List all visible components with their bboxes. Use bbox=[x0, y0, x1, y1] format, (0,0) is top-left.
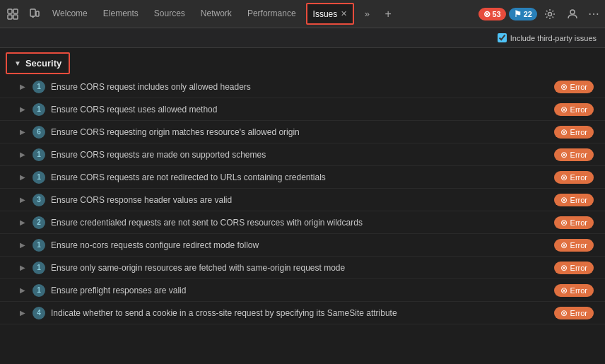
svg-point-7 bbox=[548, 12, 552, 16]
issue-text: Ensure CORS requests are not redirected … bbox=[51, 172, 548, 182]
error-circle-icon: ⊗ bbox=[560, 218, 568, 228]
severity-label: Error bbox=[570, 286, 587, 295]
issue-text: Ensure CORS response header values are v… bbox=[51, 195, 548, 205]
error-circle-icon: ⊗ bbox=[560, 308, 568, 318]
error-badge[interactable]: ⊗ Error bbox=[554, 307, 594, 319]
error-circle-icon: ⊗ bbox=[560, 195, 568, 205]
table-row[interactable]: ▶ 1 Ensure preflight responses are valid… bbox=[0, 279, 605, 302]
warning-icon: ⚑ bbox=[514, 9, 522, 19]
issue-text: Indicate whether to send a cookie in a c… bbox=[51, 308, 548, 318]
issue-text: Ensure CORS request uses allowed method bbox=[51, 105, 548, 115]
count-badge: 6 bbox=[33, 126, 45, 139]
count-badge: 1 bbox=[33, 103, 45, 116]
error-badge[interactable]: ⊗ Error bbox=[554, 216, 594, 229]
chevron-down-icon: ▼ bbox=[14, 59, 21, 67]
count-badge: 2 bbox=[33, 216, 45, 229]
table-row[interactable]: ▶ 1 Ensure CORS requests are not redirec… bbox=[0, 166, 605, 189]
severity-label: Error bbox=[570, 309, 587, 317]
tab-performance[interactable]: Performance bbox=[240, 0, 303, 28]
issue-text: Ensure CORS request includes only allowe… bbox=[51, 82, 548, 92]
error-circle-icon: ⊗ bbox=[560, 105, 568, 115]
expand-arrow-icon: ▶ bbox=[20, 196, 27, 204]
device-icon[interactable] bbox=[24, 4, 44, 24]
error-badge[interactable]: ⊗ Error bbox=[554, 126, 594, 139]
error-badge[interactable]: ⊗ Error bbox=[554, 262, 594, 274]
table-row[interactable]: ▶ 1 Ensure CORS request uses allowed met… bbox=[0, 98, 605, 121]
close-tab-icon[interactable]: ✕ bbox=[341, 9, 347, 18]
expand-arrow-icon: ▶ bbox=[20, 286, 27, 294]
warnings-badge[interactable]: ⚑ 22 bbox=[509, 8, 537, 20]
error-circle-icon: ⊗ bbox=[560, 240, 568, 250]
security-section-header[interactable]: ▼ Security bbox=[6, 52, 70, 74]
expand-arrow-icon: ▶ bbox=[20, 128, 27, 136]
second-bar: Include third-party issues bbox=[0, 28, 605, 48]
issues-content: ▼ Security ▶ 1 Ensure CORS request inclu… bbox=[0, 48, 605, 364]
errors-badge[interactable]: ⊗ 53 bbox=[478, 8, 506, 20]
svg-rect-2 bbox=[8, 15, 12, 19]
table-row[interactable]: ▶ 6 Ensure CORS requesting origin matche… bbox=[0, 121, 605, 143]
table-row[interactable]: ▶ 1 Ensure no-cors requests configure re… bbox=[0, 234, 605, 257]
error-badge[interactable]: ⊗ Error bbox=[554, 284, 594, 297]
error-circle-icon: ⊗ bbox=[560, 127, 568, 137]
error-badge[interactable]: ⊗ Error bbox=[554, 239, 594, 252]
section-title: Security bbox=[25, 58, 61, 69]
tab-welcome[interactable]: Welcome bbox=[45, 0, 95, 28]
count-badge: 1 bbox=[33, 262, 45, 274]
issue-text: Ensure CORS requests are made on support… bbox=[51, 150, 548, 160]
issues-list: ▶ 1 Ensure CORS request includes only al… bbox=[0, 76, 605, 324]
error-circle-icon: ⊗ bbox=[560, 172, 568, 182]
issue-text: Ensure credentialed requests are not sen… bbox=[51, 218, 548, 228]
toolbar-right: ⊗ 53 ⚑ 22 ⋯ bbox=[478, 4, 603, 24]
table-row[interactable]: ▶ 4 Indicate whether to send a cookie in… bbox=[0, 302, 605, 324]
toolbar: Welcome Elements Sources Network Perform… bbox=[0, 0, 605, 28]
severity-label: Error bbox=[570, 83, 587, 91]
tab-issues[interactable]: Issues ✕ bbox=[306, 3, 355, 25]
svg-rect-1 bbox=[13, 9, 18, 13]
expand-arrow-icon: ▶ bbox=[20, 241, 27, 249]
expand-arrow-icon: ▶ bbox=[20, 218, 27, 226]
error-badge[interactable]: ⊗ Error bbox=[554, 148, 594, 161]
issue-text: Ensure no-cors requests configure redire… bbox=[51, 240, 548, 250]
severity-label: Error bbox=[570, 105, 587, 114]
error-badge[interactable]: ⊗ Error bbox=[554, 171, 594, 184]
severity-label: Error bbox=[570, 173, 587, 182]
count-badge: 1 bbox=[33, 81, 45, 93]
inspect-icon[interactable] bbox=[3, 4, 23, 24]
severity-label: Error bbox=[570, 241, 587, 249]
tab-sources[interactable]: Sources bbox=[147, 0, 192, 28]
table-row[interactable]: ▶ 3 Ensure CORS response header values a… bbox=[0, 189, 605, 211]
expand-arrow-icon: ▶ bbox=[20, 105, 27, 113]
tab-network[interactable]: Network bbox=[194, 0, 239, 28]
table-row[interactable]: ▶ 1 Ensure CORS request includes only al… bbox=[0, 76, 605, 98]
include-third-party-label[interactable]: Include third-party issues bbox=[498, 33, 597, 42]
tab-elements[interactable]: Elements bbox=[96, 0, 146, 28]
svg-rect-4 bbox=[30, 9, 35, 16]
severity-label: Error bbox=[570, 128, 587, 136]
count-badge: 4 bbox=[33, 307, 45, 319]
severity-label: Error bbox=[570, 264, 587, 272]
add-tab-icon[interactable]: + bbox=[378, 4, 398, 24]
table-row[interactable]: ▶ 1 Ensure only same-origin resources ar… bbox=[0, 257, 605, 279]
svg-rect-5 bbox=[36, 11, 39, 16]
error-badge[interactable]: ⊗ Error bbox=[554, 103, 594, 116]
overflow-icon[interactable]: » bbox=[357, 4, 377, 24]
count-badge: 3 bbox=[33, 194, 45, 206]
count-badge: 1 bbox=[33, 284, 45, 297]
count-badge: 1 bbox=[33, 148, 45, 161]
severity-label: Error bbox=[570, 151, 587, 159]
table-row[interactable]: ▶ 2 Ensure credentialed requests are not… bbox=[0, 211, 605, 234]
profile-icon[interactable] bbox=[563, 4, 582, 24]
svg-rect-3 bbox=[13, 15, 18, 19]
svg-point-8 bbox=[570, 10, 575, 14]
expand-arrow-icon: ▶ bbox=[20, 309, 27, 317]
error-circle-icon: ⊗ bbox=[560, 263, 568, 273]
error-badge[interactable]: ⊗ Error bbox=[554, 194, 594, 206]
table-row[interactable]: ▶ 1 Ensure CORS requests are made on sup… bbox=[0, 143, 605, 166]
expand-arrow-icon: ▶ bbox=[20, 151, 27, 158]
error-badge[interactable]: ⊗ Error bbox=[554, 81, 594, 93]
count-badge: 1 bbox=[33, 239, 45, 252]
settings-icon[interactable] bbox=[540, 4, 560, 24]
expand-arrow-icon: ▶ bbox=[20, 264, 27, 271]
more-options-icon[interactable]: ⋯ bbox=[585, 7, 602, 20]
include-third-party-checkbox[interactable] bbox=[498, 33, 507, 42]
